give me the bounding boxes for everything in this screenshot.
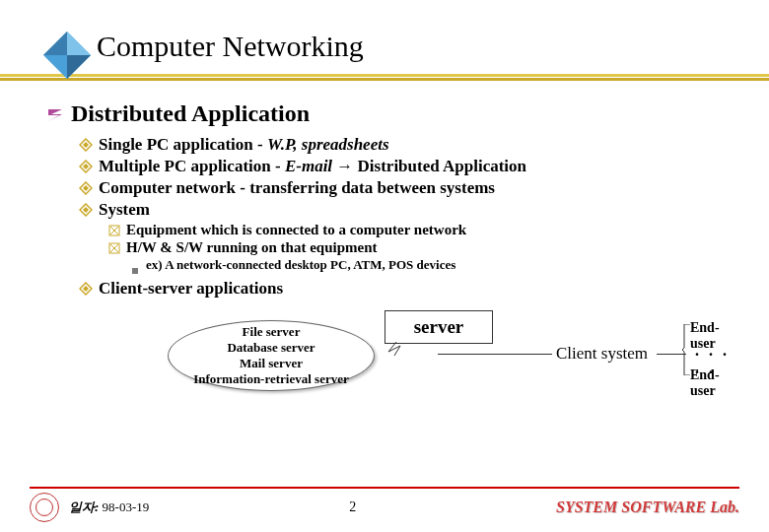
page-number: 2: [349, 499, 356, 515]
y-bullet-icon: [79, 203, 93, 217]
svg-marker-22: [83, 286, 89, 292]
seal-icon: [30, 493, 59, 522]
bullet-list: Single PC application - W.P, spreadsheet…: [79, 135, 730, 299]
example-text: ex) A network-connected desktop PC, ATM,…: [146, 257, 455, 273]
footer-left: 일자: 98-03-19: [30, 493, 149, 522]
list-item: Single PC application - W.P, spreadsheet…: [79, 135, 730, 155]
lab-name: SYSTEM SOFTWARE Lab.: [556, 499, 739, 516]
sub-bullet-text: Equipment which is connected to a comput…: [126, 222, 466, 238]
sub-bullet-text: H/W & S/W running on that equipment: [126, 239, 378, 256]
list-item: System: [79, 200, 730, 220]
list-item: Computer network - transferring data bet…: [79, 178, 730, 198]
svg-rect-4: [0, 74, 769, 77]
svg-rect-5: [0, 78, 769, 81]
connector-line: [438, 354, 552, 355]
slide-title: Computer Networking: [47, 30, 730, 63]
svg-marker-14: [83, 207, 89, 213]
bullet-text: System: [99, 200, 150, 220]
server-list: File server Database server Mail server …: [193, 324, 349, 388]
footer-row: 일자: 98-03-19 2 SYSTEM SOFTWARE Lab.: [0, 493, 769, 522]
bullet-text: Computer network - transferring data bet…: [99, 178, 495, 198]
y-bullet-icon: [79, 282, 93, 296]
svg-marker-10: [83, 164, 89, 169]
x-bullet-icon: [108, 242, 120, 254]
list-item: Multiple PC application - E-mail → Distr…: [79, 157, 730, 176]
svg-marker-8: [83, 142, 89, 148]
sub-bullet-list: Equipment which is connected to a comput…: [108, 222, 730, 273]
callout-tail-icon: [386, 342, 406, 358]
list-item: Equipment which is connected to a comput…: [108, 222, 730, 238]
y-bullet-icon: [79, 160, 93, 173]
section-heading: Distributed Application: [71, 100, 310, 127]
svg-marker-3: [67, 55, 91, 79]
svg-marker-12: [83, 185, 89, 191]
y-bullet-icon: [79, 138, 93, 152]
list-item: ex) A network-connected desktop PC, ATM,…: [132, 257, 730, 273]
svg-marker-2: [43, 32, 67, 55]
end-user-label: End-user: [690, 367, 730, 399]
svg-marker-6: [48, 109, 62, 121]
bullet-text: Single PC application - W.P, spreadsheet…: [99, 135, 389, 155]
bullet-text: Client-server applications: [99, 279, 283, 299]
client-server-diagram: File server Database server Mail server …: [39, 310, 730, 399]
section-heading-row: Distributed Application: [45, 100, 730, 127]
footer-divider: [30, 487, 739, 489]
title-row: Computer Networking: [47, 30, 730, 63]
svg-marker-1: [67, 32, 91, 55]
x-bullet-icon: [108, 225, 120, 236]
bullet-text: Multiple PC application - E-mail → Distr…: [99, 157, 526, 176]
title-underline: [0, 73, 769, 83]
y-bullet-icon: [79, 181, 93, 195]
slide: Computer Networking Distributed Applicat…: [0, 0, 769, 532]
footer: 일자: 98-03-19 2 SYSTEM SOFTWARE Lab.: [0, 487, 769, 522]
dot-bullet-icon: [132, 268, 138, 274]
list-item: H/W & S/W running on that equipment: [108, 239, 730, 256]
server-callout: server: [384, 310, 493, 344]
list-item: Client-server applications: [79, 279, 730, 299]
z-bullet-icon: [45, 106, 65, 124]
section: Distributed Application Single PC applic…: [45, 100, 730, 299]
client-system-label: Client system: [556, 344, 648, 364]
date-field: 일자: 98-03-19: [69, 499, 149, 516]
example-list: ex) A network-connected desktop PC, ATM,…: [132, 257, 730, 273]
server-oval: File server Database server Mail server …: [168, 320, 375, 391]
diamond-icon: [39, 28, 95, 83]
